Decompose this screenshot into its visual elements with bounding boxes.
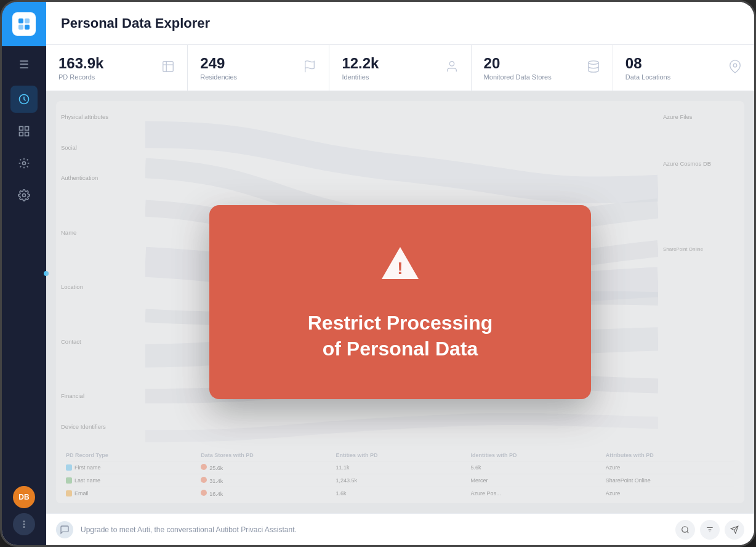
- stat-monitored-data-stores: 20 Monitored Data Stores: [472, 45, 613, 91]
- filter-button[interactable]: [700, 520, 720, 540]
- search-button[interactable]: [675, 520, 695, 540]
- stats-bar: 163.9k PD Records 249 Residencies: [46, 45, 754, 91]
- sidebar-item-home[interactable]: [10, 86, 38, 113]
- svg-point-13: [23, 526, 25, 528]
- user-avatar[interactable]: DB: [13, 486, 35, 508]
- stat-value-monitored: 20: [484, 55, 552, 72]
- svg-rect-3: [25, 25, 30, 30]
- locations-icon: [728, 60, 742, 76]
- svg-point-17: [733, 63, 737, 67]
- bottom-chat-text: Upgrade to meet Auti, the conversational…: [81, 525, 668, 534]
- stat-identities: 12.2k Identities: [329, 45, 471, 91]
- svg-point-10: [23, 194, 26, 197]
- stat-label-locations: Data Locations: [625, 73, 670, 81]
- svg-point-11: [23, 521, 25, 522]
- stat-value-locations: 08: [625, 55, 670, 72]
- svg-rect-2: [18, 25, 23, 30]
- top-bar: Personal Data Explorer: [46, 2, 754, 45]
- logo-box: [12, 12, 36, 36]
- svg-point-20: [682, 526, 688, 532]
- hamburger-icon: ☰: [19, 58, 29, 71]
- stat-label-residencies: Residencies: [200, 73, 237, 81]
- sidebar-logo: [2, 2, 46, 46]
- sidebar-item-tools[interactable]: [10, 150, 38, 177]
- stat-value-residencies: 249: [200, 55, 237, 72]
- stat-label-pd-records: PD Records: [58, 73, 103, 81]
- pd-records-icon: [161, 60, 175, 76]
- stat-pd-records: 163.9k PD Records: [46, 45, 188, 91]
- bottom-actions: [675, 520, 744, 540]
- sidebar-item-settings[interactable]: [10, 182, 38, 209]
- svg-rect-5: [20, 127, 23, 131]
- svg-rect-0: [18, 18, 23, 23]
- content-area: Physical attributes Social Authenticatio…: [46, 91, 754, 513]
- sidebar: ☰: [2, 2, 46, 545]
- svg-rect-8: [25, 132, 29, 136]
- svg-point-9: [23, 162, 26, 165]
- stat-label-monitored: Monitored Data Stores: [484, 73, 552, 81]
- send-button[interactable]: [725, 520, 744, 540]
- modal-warning-icon: !: [240, 242, 560, 296]
- svg-rect-1: [25, 18, 30, 23]
- modal-overlay: ! Restrict Processingof Personal Data: [46, 91, 754, 513]
- main-content: Personal Data Explorer 163.9k PD Records: [46, 2, 754, 545]
- menu-toggle-button[interactable]: ☰: [2, 51, 46, 78]
- sidebar-more-button[interactable]: [13, 513, 35, 535]
- device-frame: ☰: [0, 0, 756, 547]
- stat-data-locations: 08 Data Locations: [613, 45, 754, 91]
- chat-bubble-icon: [56, 521, 73, 538]
- stat-label-identities: Identities: [342, 73, 379, 81]
- stat-value-pd-records: 163.9k: [58, 55, 103, 72]
- modal-title: Restrict Processingof Personal Data: [240, 310, 560, 362]
- bottom-bar: Upgrade to meet Auti, the conversational…: [46, 513, 754, 545]
- svg-point-15: [449, 61, 454, 65]
- svg-point-16: [589, 60, 599, 64]
- svg-text:!: !: [397, 259, 403, 278]
- restrict-processing-modal: ! Restrict Processingof Personal Data: [209, 205, 591, 399]
- page-title: Personal Data Explorer: [61, 15, 210, 31]
- stat-residencies: 249 Residencies: [188, 45, 329, 91]
- stat-value-identities: 12.2k: [342, 55, 379, 72]
- identities-icon: [445, 60, 459, 76]
- residencies-icon: [303, 60, 316, 76]
- app-container: ☰: [2, 2, 754, 545]
- monitored-icon: [587, 60, 600, 76]
- svg-rect-7: [20, 132, 23, 136]
- svg-point-12: [23, 524, 25, 525]
- svg-rect-6: [25, 127, 29, 131]
- sidebar-item-dashboard[interactable]: [10, 118, 38, 145]
- avatar-initials: DB: [18, 493, 29, 501]
